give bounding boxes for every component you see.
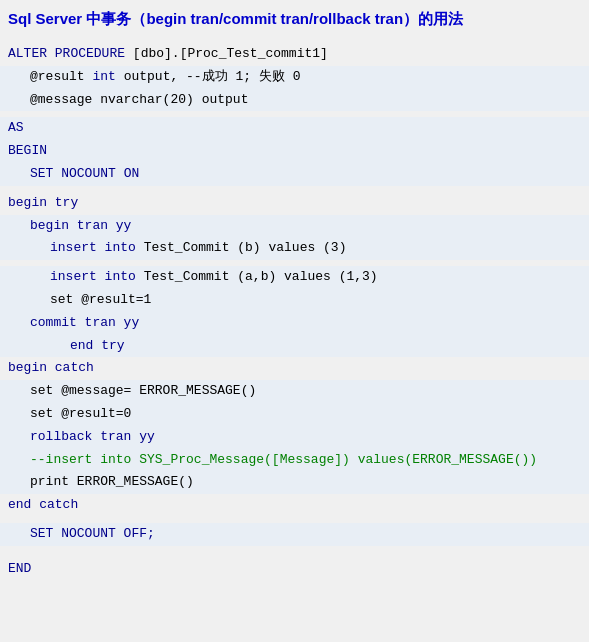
code-line: begin catch — [0, 357, 589, 380]
code-token: [dbo].[Proc_Test_commit1] — [133, 46, 328, 61]
code-token: end catch — [8, 497, 78, 512]
code-line: begin try — [0, 192, 589, 215]
page-title: Sql Server 中事务（begin tran/commit tran/ro… — [0, 0, 589, 37]
code-line: begin tran yy — [0, 215, 589, 238]
code-line: AS — [0, 117, 589, 140]
code-token: begin tran yy — [30, 218, 131, 233]
code-token: int — [92, 69, 115, 84]
code-line: set @message= ERROR_MESSAGE() — [0, 380, 589, 403]
code-token: ALTER PROCEDURE — [8, 46, 133, 61]
code-line: insert into Test_Commit (b) values (3) — [0, 237, 589, 260]
code-line: @message nvarchar(20) output — [0, 89, 589, 112]
code-token: @message nvarchar(20) output — [30, 92, 248, 107]
code-token: --insert into SYS_Proc_Message([Message]… — [30, 452, 537, 467]
code-token: print ERROR_MESSAGE() — [30, 474, 194, 489]
code-line: commit tran yy — [0, 312, 589, 335]
code-token: Test_Commit (b) values (3) — [136, 240, 347, 255]
code-token: END — [8, 561, 31, 576]
code-line: BEGIN — [0, 140, 589, 163]
code-line: END — [0, 558, 589, 581]
code-token: end try — [70, 338, 125, 353]
code-line: end try — [0, 335, 589, 358]
code-token: begin try — [8, 195, 78, 210]
code-line: SET NOCOUNT ON — [0, 163, 589, 186]
code-line: --insert into SYS_Proc_Message([Message]… — [0, 449, 589, 472]
code-line: @result int output, --成功 1; 失败 0 — [0, 66, 589, 89]
code-line: SET NOCOUNT OFF; — [0, 523, 589, 546]
code-token: output, --成功 1; 失败 0 — [116, 69, 301, 84]
code-token: @result — [30, 69, 92, 84]
code-token: begin catch — [8, 360, 94, 375]
code-line: ALTER PROCEDURE [dbo].[Proc_Test_commit1… — [0, 43, 589, 66]
page-container: Sql Server 中事务（begin tran/commit tran/ro… — [0, 0, 589, 642]
code-line: set @result=0 — [0, 403, 589, 426]
code-token: ON — [124, 166, 140, 181]
code-token: SET NOCOUNT OFF; — [30, 526, 155, 541]
code-token: AS — [8, 120, 24, 135]
code-token: set @message= ERROR_MESSAGE() — [30, 383, 256, 398]
code-token: Test_Commit (a,b) values (1,3) — [136, 269, 378, 284]
code-token: set @result=0 — [30, 406, 131, 421]
code-token: set @result=1 — [50, 292, 151, 307]
code-line: rollback tran yy — [0, 426, 589, 449]
code-token: rollback tran yy — [30, 429, 155, 444]
code-line: set @result=1 — [0, 289, 589, 312]
code-line: insert into Test_Commit (a,b) values (1,… — [0, 266, 589, 289]
code-token: insert into — [50, 269, 136, 284]
code-token: insert into — [50, 240, 136, 255]
code-token: commit tran yy — [30, 315, 139, 330]
code-area: ALTER PROCEDURE [dbo].[Proc_Test_commit1… — [0, 37, 589, 581]
code-line: print ERROR_MESSAGE() — [0, 471, 589, 494]
code-token: BEGIN — [8, 143, 47, 158]
code-line: end catch — [0, 494, 589, 517]
code-token: SET NOCOUNT — [30, 166, 124, 181]
